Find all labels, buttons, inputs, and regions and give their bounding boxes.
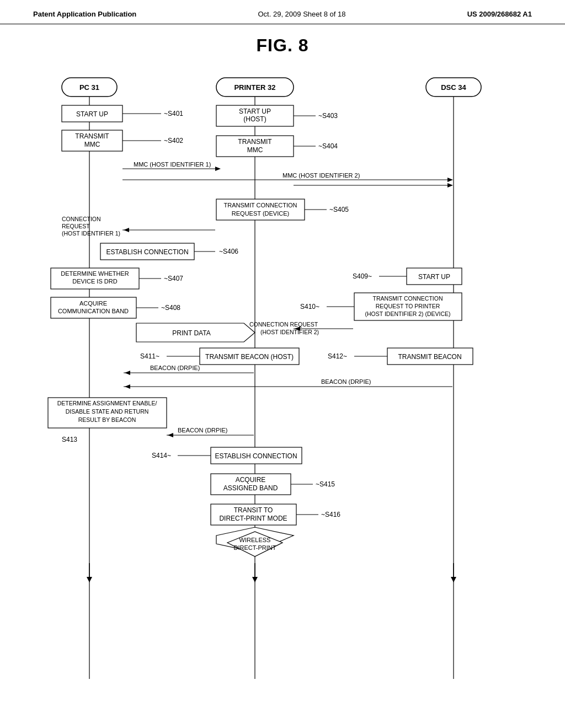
transmit-beacon-dsc-text: TRANSMIT BEACON: [398, 353, 461, 361]
s415-label: ~S415: [316, 480, 335, 488]
svg-marker-61: [451, 577, 456, 582]
acquire-assigned-text1: ACQUIRE: [236, 476, 266, 484]
content: FIG. 8 PC 31 PRINTER 32 DSC 34: [0, 24, 565, 703]
s411-label: S411~: [140, 352, 159, 360]
header: Patent Application Publication Oct. 29, …: [0, 0, 565, 24]
s405-label: ~S405: [329, 206, 349, 213]
svg-marker-40: [125, 371, 130, 375]
svg-marker-15: [215, 167, 221, 171]
header-right: US 2009/268682 A1: [467, 10, 532, 18]
transmit-conn-printer-text2: REQUEST TO PRINTER: [376, 303, 440, 309]
s414-label: S414~: [152, 452, 171, 459]
conn-req-host1-text1: CONNECTION: [62, 216, 101, 222]
beacon-drpie2-label: BEACON (DRPIE): [321, 378, 371, 385]
s412-label: S412~: [328, 352, 347, 360]
s403-label: ~S403: [318, 112, 338, 120]
startup-host-text1: START UP: [239, 108, 271, 115]
transmit-conn-req-text2: REQUEST (DEVICE): [232, 210, 289, 217]
transmit-mmc-pc-text2: MMC: [84, 141, 100, 148]
s404-label: ~S404: [318, 142, 338, 150]
determine-assign-text2: DISABLE STATE AND RETURN: [66, 408, 149, 415]
s407-label: ~S407: [164, 275, 183, 282]
print-data-text: PRINT DATA: [172, 329, 210, 337]
svg-marker-44: [125, 384, 130, 389]
svg-marker-19: [447, 183, 453, 188]
transmit-conn-req-text1: TRANSMIT CONNECTION: [223, 202, 297, 208]
transmit-mmc-printer-text2: MMC: [247, 146, 263, 154]
svg-marker-47: [168, 433, 173, 437]
conn-req-host1-text2: REQUEST: [62, 223, 90, 229]
startup-host-text2: (HOST): [243, 115, 266, 123]
transmit-mmc-printer-text1: TRANSMIT: [238, 138, 272, 146]
s409-label: S409~: [353, 272, 372, 280]
mmc-host2-label: MMC (HOST IDENTIFIER 2): [282, 172, 360, 179]
header-left: Patent Application Publication: [33, 10, 136, 18]
determine-drd-text1: DETERMINE WHETHER: [61, 270, 129, 277]
svg-marker-59: [252, 577, 258, 582]
mmc-host1-label: MMC (HOST IDENTIFIER 1): [134, 161, 211, 168]
transit-text2: DIRECT-PRINT MODE: [219, 515, 287, 522]
conn-req-host2-text1: CONNECTION REQUEST: [249, 321, 318, 328]
determine-drd-text2: DEVICE IS DRD: [72, 278, 117, 285]
startup-dsc-text: START UP: [418, 273, 450, 281]
establish-conn2-text: ESTABLISH CONNECTION: [215, 452, 297, 460]
svg-marker-17: [447, 178, 453, 182]
s408-label: ~S408: [161, 304, 180, 312]
s410-label: S410~: [300, 303, 319, 311]
s406-label: ~S406: [219, 248, 238, 255]
header-center: Oct. 29, 2009 Sheet 8 of 18: [258, 10, 345, 18]
s413-label: S413: [62, 436, 77, 443]
acquire-band-text1: ACQUIRE: [79, 300, 107, 307]
svg-marker-57: [87, 577, 92, 582]
svg-marker-23: [124, 228, 129, 232]
printer32-label: PRINTER 32: [234, 83, 275, 92]
dsc34-label: DSC 34: [441, 83, 466, 92]
conn-req-host2-text2: (HOST IDENTIFIER 2): [260, 329, 319, 335]
determine-assign-text1: DETERMINE ASSIGNMENT ENABLE/: [57, 400, 157, 406]
beacon-drpie3-label: BEACON (DRPIE): [178, 427, 227, 433]
pc31-label: PC 31: [79, 83, 99, 92]
transmit-conn-printer-text3: (HOST IDENTIFIER 2) (DEVICE): [365, 311, 451, 317]
determine-assign-text3: RESULT BY BEACON: [78, 416, 136, 423]
wireless-text1: WIRELESS: [239, 537, 271, 543]
s401-label: ~S401: [164, 110, 183, 117]
acquire-band-text2: COMMUNICATION BAND: [58, 308, 129, 314]
s416-label: ~S416: [321, 511, 340, 518]
startup-pc-text: START UP: [76, 110, 108, 118]
establish-conn1-text: ESTABLISH CONNECTION: [106, 248, 188, 256]
acquire-assigned-text2: ASSIGNED BAND: [223, 484, 278, 492]
beacon-drpie1-label: BEACON (DRPIE): [150, 365, 200, 371]
diagram: PC 31 PRINTER 32 DSC 34 START UP ~S401: [45, 72, 520, 692]
transmit-mmc-pc-text1: TRANSMIT: [75, 132, 109, 140]
wireless-text2: DIRECT-PRINT: [234, 544, 276, 551]
s402-label: ~S402: [164, 137, 183, 144]
page: Patent Application Publication Oct. 29, …: [0, 0, 565, 728]
conn-req-host1-text3: (HOST IDENTIFIER 1): [62, 230, 120, 237]
transit-text1: TRANSIT TO: [234, 506, 273, 514]
figure-title: FIG. 8: [33, 35, 532, 56]
transmit-conn-printer-text1: TRANSMIT CONNECTION: [373, 295, 443, 302]
transmit-beacon-host-text: TRANSMIT BEACON (HOST): [205, 353, 294, 361]
